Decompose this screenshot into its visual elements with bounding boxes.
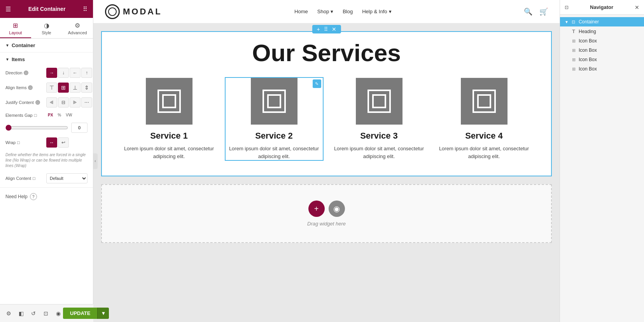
section-heading: Our Services — [114, 40, 539, 66]
tab-layout[interactable]: ⊞ Layout — [0, 18, 31, 38]
top-nav: MODAL Home Shop ▾ Blog Help & Info ▾ 🔍 🛒 — [93, 0, 560, 23]
service-name-2: Service 2 — [226, 131, 323, 141]
align-top-btn[interactable]: ⊤ — [46, 83, 57, 93]
eye-icon[interactable]: ◉ — [54, 309, 63, 318]
history-icon[interactable]: ↺ — [29, 309, 38, 318]
service-item-1[interactable]: Service 1 Lorem ipsum dolor sit amet, co… — [121, 78, 218, 160]
nav-item-iconbox-1[interactable]: ⊞ Icon Box — [560, 36, 644, 46]
nav-link-helpinfo[interactable]: Help & Info ▾ — [362, 9, 391, 14]
nav-iconbox4-label: Icon Box — [579, 66, 597, 72]
items-label: Items — [12, 56, 25, 62]
service-icon-4 — [461, 78, 508, 125]
nav-container-label: Container — [579, 19, 599, 25]
service-icon-inner-3 — [368, 90, 391, 113]
helpinfo-arrow-icon: ▾ — [389, 9, 392, 14]
nav-link-shop[interactable]: Shop ▾ — [317, 9, 333, 14]
direction-right-btn[interactable]: → — [46, 68, 57, 78]
service-item-3[interactable]: Service 3 Lorem ipsum dolor sit amet, co… — [331, 78, 428, 160]
align-bottom-btn[interactable]: ⊥ — [70, 83, 80, 93]
nav-item-iconbox-3[interactable]: ⊞ Icon Box — [560, 55, 644, 64]
nav-tree: ▼ ⊡ Container T Heading ⊞ Icon Box ⊞ Ico… — [560, 15, 644, 322]
service-icon-inner-4 — [472, 90, 496, 113]
navigator-expand-icon[interactable]: ⊡ — [565, 5, 569, 10]
service-icon-inner-1 — [158, 90, 181, 113]
service-item-2[interactable]: ✎ Service 2 Lorem ipsum dolor sit amet, … — [226, 78, 323, 160]
service-item-4[interactable]: Service 4 Lorem ipsum dolor sit amet, co… — [436, 78, 533, 160]
wrap-row: Wrap □ ↔ ↩ — [5, 137, 88, 148]
tab-advanced[interactable]: ⚙ Advanced — [62, 18, 93, 38]
panel-header: ☰ Edit Container ⠿ — [0, 0, 93, 18]
justify-info-icon: □ — [35, 100, 40, 105]
update-arrow-btn[interactable]: ▼ — [97, 308, 109, 319]
gap-value-input[interactable] — [71, 123, 88, 133]
justify-start-btn[interactable]: ⫷ — [46, 97, 57, 107]
nav-iconbox3-icon: ⊞ — [571, 57, 576, 62]
add-container-btn[interactable]: + — [315, 26, 321, 32]
add-template-btn[interactable]: ◉ — [329, 201, 345, 217]
hamburger-icon[interactable]: ☰ — [5, 5, 11, 13]
justify-space-around-btn[interactable]: ⋯ — [81, 97, 92, 107]
drag-hint-text: Drag widget here — [307, 221, 346, 227]
gap-vw-unit[interactable]: VW — [64, 112, 74, 118]
panel-body: ▼ Container ▼ Items Direction □ → ↓ ← ↑ — [0, 39, 93, 322]
nav-icons: 🔍 🛒 — [524, 7, 548, 16]
wrap-info-icon: □ — [17, 140, 20, 145]
navigator-title: Navigator — [590, 4, 613, 10]
nav-item-container[interactable]: ▼ ⊡ Container — [560, 17, 644, 26]
nav-iconbox4-icon: ⊞ — [571, 67, 576, 72]
tab-layout-label: Layout — [9, 30, 22, 35]
empty-drop-zone[interactable]: + ◉ Drag widget here — [101, 184, 552, 243]
items-section: ▼ Items Direction □ → ↓ ← ↑ Align — [0, 53, 93, 188]
align-content-select[interactable]: Default — [46, 173, 88, 183]
direction-down-btn[interactable]: ↓ — [58, 68, 69, 78]
layout-tab-icon: ⊞ — [13, 22, 18, 29]
elements-gap-row: Elements Gap □ PX % VW — [5, 112, 88, 118]
services-container[interactable]: + ⠿ ✕ Our Services Service 1 Lorem ipsum… — [101, 31, 552, 176]
cart-icon[interactable]: 🛒 — [539, 7, 548, 16]
collapse-panel-handle[interactable]: ‹ — [93, 153, 98, 169]
tab-style-label: Style — [42, 30, 51, 35]
gap-pct-unit[interactable]: % — [56, 112, 63, 118]
gap-px-unit[interactable]: PX — [46, 112, 54, 118]
close-container-btn[interactable]: ✕ — [330, 26, 338, 32]
justify-center-btn[interactable]: ⊟ — [58, 97, 69, 107]
settings-icon[interactable]: ⚙ — [4, 309, 13, 318]
nav-item-iconbox-4[interactable]: ⊞ Icon Box — [560, 64, 644, 74]
responsive-icon[interactable]: ⊡ — [41, 309, 51, 318]
container-section-header[interactable]: ▼ Container — [0, 39, 93, 53]
direction-row: Direction □ → ↓ ← ↑ — [5, 68, 88, 78]
gap-controls: PX % VW — [46, 112, 88, 118]
wrap-btn[interactable]: ↩ — [58, 137, 69, 148]
navigator-close-btn[interactable]: ✕ — [635, 4, 639, 11]
direction-up-btn[interactable]: ↑ — [81, 68, 92, 78]
need-help[interactable]: Need Help ? — [0, 188, 93, 206]
nav-item-heading[interactable]: T Heading — [560, 26, 644, 36]
align-stretch-btn[interactable]: ⇕ — [81, 83, 92, 93]
nav-link-blog[interactable]: Blog — [343, 9, 353, 14]
add-widget-btn[interactable]: + — [308, 201, 325, 217]
gap-slider[interactable] — [5, 125, 68, 131]
direction-left-btn[interactable]: ← — [70, 68, 80, 78]
layers-icon[interactable]: ◧ — [16, 309, 26, 318]
edit-service-btn[interactable]: ✎ — [313, 79, 321, 88]
nav-caret-icon: ▼ — [565, 20, 569, 24]
nav-item-iconbox-2[interactable]: ⊞ Icon Box — [560, 46, 644, 55]
tab-style[interactable]: ◑ Style — [31, 18, 62, 38]
nav-link-home[interactable]: Home — [294, 9, 308, 14]
style-tab-icon: ◑ — [44, 22, 49, 29]
search-icon[interactable]: 🔍 — [524, 7, 532, 16]
service-name-1: Service 1 — [121, 131, 218, 141]
nav-logo: MODAL — [105, 4, 162, 19]
justify-end-btn[interactable]: ⫸ — [70, 97, 80, 107]
services-grid: Service 1 Lorem ipsum dolor sit amet, co… — [114, 78, 539, 160]
bottom-toolbar: ⚙ ◧ ↺ ⊡ ◉ UPDATE ▼ — [0, 304, 93, 322]
service-icon-2 — [251, 78, 298, 125]
move-container-btn[interactable]: ⠿ — [322, 26, 329, 32]
no-wrap-btn[interactable]: ↔ — [46, 137, 57, 148]
grid-icon[interactable]: ⠿ — [83, 5, 88, 13]
gap-info-icon: □ — [34, 113, 37, 118]
align-center-btn[interactable]: ⊞ — [58, 83, 69, 93]
add-widget-row: + ◉ — [308, 201, 345, 217]
justify-btn-group: ⫷ ⊟ ⫸ ⋯ ⣿ ⋮ — [46, 97, 93, 107]
update-button[interactable]: UPDATE — [63, 308, 97, 319]
